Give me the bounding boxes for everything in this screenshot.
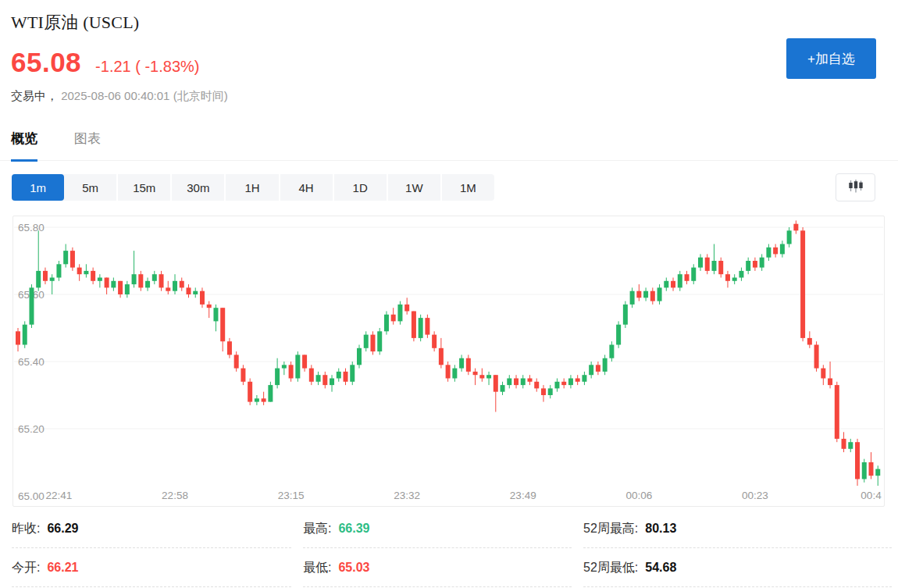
candle-body [159, 274, 164, 287]
candle-body [739, 271, 743, 278]
timeframe-15m[interactable]: 15m [118, 174, 172, 201]
candle-body [364, 335, 369, 348]
candle-body [561, 382, 566, 385]
last-price: 65.08 [11, 47, 81, 78]
candle-body [404, 305, 409, 312]
candlestick-chart[interactable]: 65.8065.6065.4065.2065.0022:4122:5823:15… [12, 216, 885, 507]
candle-body [596, 365, 600, 372]
candle-body [322, 375, 327, 385]
candle-body [425, 318, 429, 335]
stat-52w-low: 52周最低:54.68 [583, 548, 892, 587]
add-watchlist-button[interactable]: +加自选 [786, 38, 876, 79]
candle-body [705, 258, 710, 271]
candle-body [479, 375, 484, 378]
candle-body [446, 365, 451, 378]
candle-body [16, 331, 20, 344]
candle-body [316, 375, 321, 382]
candle-body [213, 308, 218, 321]
candle-body [419, 318, 423, 338]
tab-overview[interactable]: 概览 [11, 130, 37, 162]
candle-body [855, 442, 860, 479]
candle-body [514, 379, 518, 386]
candle-body [541, 388, 546, 395]
candle-body [746, 261, 750, 271]
candle-body [377, 331, 382, 351]
candle-body [576, 379, 580, 382]
candle-body [145, 281, 150, 288]
candle-body [50, 278, 55, 281]
candle-body [63, 251, 68, 264]
candle-body [187, 287, 191, 294]
candle-body [793, 224, 798, 231]
timeframe-1m[interactable]: 1m [12, 174, 64, 201]
candle-body [521, 379, 526, 386]
candle-body [234, 355, 239, 368]
candle-body [452, 369, 457, 379]
timeframe-1h[interactable]: 1H [226, 174, 280, 201]
candle-body [821, 369, 825, 379]
candle-body [814, 345, 819, 369]
x-axis-label: 00:23 [742, 490, 768, 501]
candle-body [459, 358, 464, 369]
timeframe-1d[interactable]: 1D [334, 174, 388, 201]
candle-body [862, 462, 867, 479]
candle-body [132, 274, 137, 284]
stat-prev-close: 昨收:66.29 [12, 509, 291, 548]
candle-body [528, 379, 533, 382]
candle-body [780, 244, 785, 255]
y-axis-label: 65.80 [18, 222, 45, 233]
tab-chart[interactable]: 图表 [74, 130, 101, 160]
timeframe-selector: 1m 5m 15m 30m 1H 4H 1D 1W 1M [12, 174, 494, 201]
chart-type-button[interactable] [836, 173, 875, 201]
candle-body [711, 261, 716, 271]
candle-body [91, 271, 95, 281]
candle-body [344, 372, 348, 382]
candle-body [589, 365, 593, 375]
x-axis-label: 23:32 [394, 490, 420, 501]
candle-body [384, 315, 389, 332]
candle-body [691, 268, 696, 281]
candle-body [875, 469, 880, 476]
timeframe-4h[interactable]: 4H [280, 174, 334, 201]
quote-timestamp: 2025-08-06 00:40:01 [61, 89, 169, 102]
x-axis-label: 23:49 [510, 490, 536, 501]
candle-body [432, 335, 437, 348]
candle-body [842, 439, 846, 449]
timeframe-1M[interactable]: 1M [442, 174, 494, 201]
timezone-label: (北京时间) [173, 89, 228, 102]
candle-body [869, 462, 874, 476]
candle-body [275, 369, 280, 386]
candle-body [534, 382, 539, 389]
timeframe-30m[interactable]: 30m [172, 174, 226, 201]
candle-body [309, 369, 314, 382]
candle-body [835, 385, 839, 439]
candle-body [787, 230, 792, 244]
candle-body [554, 382, 559, 389]
candle-body [111, 281, 116, 288]
candle-body [412, 312, 416, 338]
stat-high: 最高:66.39 [303, 509, 572, 548]
stat-low: 最低:65.03 [303, 548, 572, 587]
candle-body [227, 341, 232, 355]
x-axis-label: 23:15 [278, 490, 305, 501]
candle-body [685, 274, 690, 281]
candle-body [350, 365, 355, 382]
instrument-symbol: (USCL) [83, 12, 139, 32]
candle-body [507, 379, 511, 386]
y-axis-label: 65.40 [18, 356, 45, 368]
candle-body [828, 379, 832, 386]
timeframe-5m[interactable]: 5m [64, 174, 118, 201]
timeframe-1w[interactable]: 1W [388, 174, 442, 201]
candle-body [766, 248, 771, 258]
candle-body [568, 379, 573, 386]
page-title: WTI原油 (USCL) [11, 11, 139, 34]
trading-status: 交易中， [11, 89, 58, 102]
candle-body [173, 281, 177, 291]
candle-body [636, 291, 641, 298]
candle-body [241, 369, 245, 382]
candle-body [268, 385, 273, 401]
candle-body [255, 398, 259, 401]
candle-body [678, 274, 682, 287]
candle-body [56, 264, 61, 277]
candle-body [494, 375, 498, 392]
